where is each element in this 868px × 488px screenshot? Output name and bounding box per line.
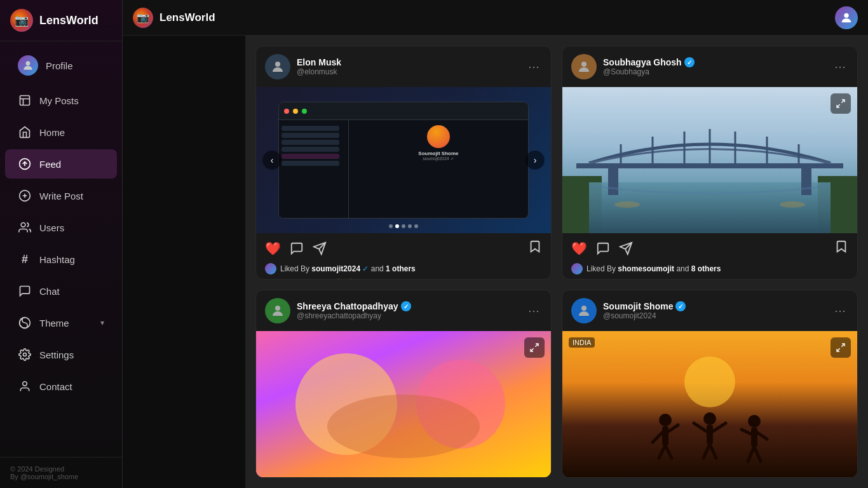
topbar-logo: 📷 (133, 8, 153, 28)
ss-topbar (279, 102, 528, 120)
post-user-1: Elon Musk @elonmusk (265, 54, 341, 79)
ss-sidebar-item (281, 140, 339, 145)
food-img (256, 331, 551, 477)
post-card-1: Elon Musk @elonmusk ⋯ (255, 46, 552, 280)
sidebar-item-home-label: Home (39, 127, 65, 138)
carousel-next-1[interactable]: › (526, 151, 545, 170)
ss-sidebar-item-active (281, 154, 339, 159)
settings-icon (18, 348, 32, 362)
svg-rect-58 (751, 428, 757, 447)
svg-point-39 (327, 395, 480, 458)
post-user-3: Shreeya Chattopadhyay ✓ @shreeyachattopa… (265, 298, 411, 323)
post-image-3 (256, 331, 551, 477)
post-card-4: Soumojit Shome ✓ @soumojit2024 ⋯ (562, 290, 858, 478)
share-button-1[interactable] (313, 241, 327, 255)
topbar-left: 📷 LensWorld (133, 8, 215, 28)
sidebar-item-home[interactable]: Home (5, 118, 117, 147)
screenshot-img-1: Soumojit Shome soumojit2024 ✓ ‹ › (256, 87, 551, 233)
user-avatar-top[interactable] (835, 6, 858, 29)
comment-button-1[interactable] (290, 241, 304, 255)
post-user-info-1: Elon Musk @elonmusk (297, 57, 341, 76)
theme-left: Theme (18, 316, 69, 330)
post-handle-4: @soumojit2024 (603, 311, 686, 320)
liked-by-1: Liked By soumojit2024 ✓ and 1 others (265, 263, 542, 274)
sidebar-item-users[interactable]: Users (5, 213, 117, 242)
home-icon (18, 125, 32, 139)
post-user-4: Soumojit Shome ✓ @soumojit2024 (571, 298, 686, 323)
svg-line-41 (531, 348, 534, 351)
sidebar-item-theme[interactable]: Theme ▾ (5, 308, 117, 337)
svg-line-40 (535, 344, 538, 347)
writepost-icon (18, 189, 32, 203)
post-more-3[interactable]: ⋯ (526, 301, 542, 320)
post-actions-1: ❤️ (256, 233, 551, 263)
sidebar-item-contact-label: Contact (39, 381, 72, 392)
expand-button-3[interactable] (524, 337, 545, 358)
carousel-dot (402, 224, 405, 228)
post-avatar-1[interactable] (265, 54, 290, 79)
post-image-2 (562, 87, 857, 233)
comment-button-2[interactable] (596, 241, 610, 255)
sidebar: 📷 LensWorld Profile My Posts Home (0, 0, 123, 488)
svg-point-51 (703, 412, 716, 425)
like-button-2[interactable]: ❤️ (571, 241, 587, 256)
like-button-1[interactable]: ❤️ (265, 241, 281, 256)
bookmark-button-2[interactable] (834, 240, 848, 257)
expand-button-2[interactable] (831, 93, 851, 114)
svg-point-29 (614, 201, 640, 208)
expand-button-4[interactable] (831, 337, 851, 358)
post-image-1: Soumojit Shome soumojit2024 ✓ ‹ › (256, 87, 551, 233)
sidebar-item-myposts-label: My Posts (39, 95, 79, 106)
action-left-1: ❤️ (265, 241, 327, 256)
svg-point-44 (684, 356, 735, 407)
svg-point-45 (659, 414, 672, 426)
post-handle-2: @Soubhagya (603, 67, 695, 76)
sidebar-item-writepost[interactable]: Write Post (5, 181, 117, 210)
hashtag-icon: # (18, 252, 32, 266)
sports-img: INDIA (562, 331, 857, 477)
share-button-2[interactable] (619, 241, 633, 255)
svg-point-42 (581, 306, 587, 311)
post-more-1[interactable]: ⋯ (526, 57, 542, 76)
post-username-2: Soubhagya Ghosh ✓ (603, 57, 695, 67)
post-username-3: Shreeya Chattopadhyay ✓ (297, 301, 411, 311)
svg-line-32 (837, 104, 840, 107)
copyright-text: © 2024 Designed (10, 465, 112, 473)
post-user-2: Soubhagya Ghosh ✓ @Soubhagya (571, 54, 695, 79)
post-user-info-4: Soumojit Shome ✓ @soumojit2024 (603, 301, 686, 320)
ss-dot-red (284, 109, 289, 114)
verified-badge-3: ✓ (401, 301, 411, 311)
post-more-2[interactable]: ⋯ (832, 57, 848, 76)
sidebar-item-profile-label: Profile (46, 60, 73, 71)
post-caption-2: Soubhagya Jubilee Bridge, Hugli-Chinsura… (571, 278, 848, 280)
carousel-prev-1[interactable]: ‹ (262, 151, 281, 170)
carousel-dot (414, 224, 418, 228)
post-avatar-4[interactable] (571, 298, 597, 323)
svg-line-31 (841, 100, 844, 103)
post-card-2: Soubhagya Ghosh ✓ @Soubhagya ⋯ (562, 46, 858, 280)
post-avatar-3[interactable] (265, 298, 290, 323)
svg-rect-27 (608, 163, 618, 195)
sidebar-item-settings[interactable]: Settings (5, 340, 117, 369)
ss-dot-yellow (293, 109, 298, 114)
svg-point-8 (24, 353, 27, 356)
svg-rect-46 (662, 426, 668, 445)
ss-profile-name: Soumojit Shome (418, 151, 458, 156)
post-more-4[interactable]: ⋯ (832, 301, 848, 320)
sidebar-item-myposts[interactable]: My Posts (5, 86, 117, 115)
india-label: INDIA (569, 337, 595, 348)
bookmark-button-1[interactable] (528, 240, 542, 257)
feed-container: Elon Musk @elonmusk ⋯ (245, 36, 868, 488)
post-handle-1: @elonmusk (297, 67, 341, 76)
sidebar-item-chat[interactable]: Chat (5, 276, 117, 306)
bridge-svg (562, 87, 857, 233)
sidebar-item-contact[interactable]: Contact (5, 372, 117, 401)
sidebar-item-hashtag[interactable]: # Hashtag (5, 245, 117, 274)
sidebar-item-feed[interactable]: Feed (5, 149, 117, 179)
sidebar-item-users-label: Users (39, 222, 64, 233)
sidebar-item-profile[interactable]: Profile (5, 48, 117, 83)
ss-sidebar-item (281, 147, 339, 152)
post-avatar-2[interactable] (571, 54, 597, 79)
sidebar-item-writepost-label: Write Post (39, 191, 83, 201)
author-text: By @soumojit_shome (10, 473, 112, 480)
